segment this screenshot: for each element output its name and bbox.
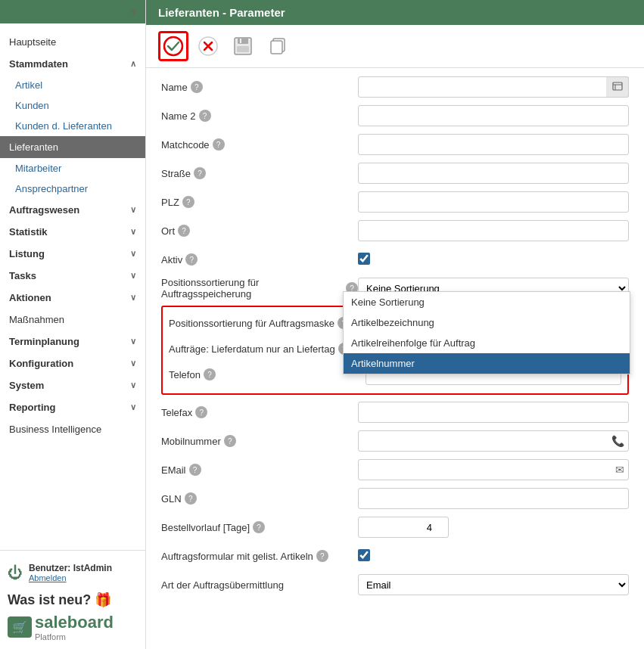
label-pos-maske: Positionssortierung für Auftragsmaske ? [169,317,366,329]
help-icon-plz[interactable]: ? [182,196,194,208]
gln-input[interactable] [358,488,629,509]
phone-icon: 📞 [611,435,624,447]
sidebar-section-statistik[interactable]: Statistik ∨ [0,221,145,243]
dd-item-artikelnummer[interactable]: Artikelnummer [344,353,630,374]
chevron-down-icon: ∨ [130,271,136,281]
help-icon-name2[interactable]: ? [199,110,211,122]
sidebar-item-lieferanten[interactable]: Lieferanten [0,136,145,158]
form-row-auftragsformular: Auftragsformular mit gelist. Artikeln ? [161,545,629,567]
auftragsformular-checkbox[interactable] [358,549,370,561]
sidebar: ▼ Hauptseite Stammdaten ∧ Artikel Kunden… [0,0,146,649]
logo-icon: 🛒 [8,616,32,638]
form-row-name: Name ? [161,76,629,98]
form-row-matchcode: Matchcode ? [161,133,629,156]
chevron-down-icon: ▼ [129,8,138,17]
form-row-ort: Ort ? [161,219,629,242]
email-input[interactable] [358,459,629,480]
sidebar-sub-artikel[interactable]: Artikel [0,75,145,95]
chevron-up-icon: ∧ [130,59,136,69]
form-row-gln: GLN ? [161,487,629,510]
field-matchcode [358,134,629,155]
help-icon-telefon[interactable]: ? [204,368,216,380]
sidebar-dropdown[interactable]: ▼ [0,0,145,23]
save-button[interactable] [228,31,258,61]
dd-item-reihenfolge[interactable]: Artikelreihenfolge für Auftrag [344,333,630,353]
field-plz [358,191,629,213]
svg-rect-10 [271,41,282,54]
help-icon-gln[interactable]: ? [185,492,197,505]
form-area: Name ? Name 2 ? [146,68,644,649]
logo: 🛒 saleboard Platform [8,613,138,641]
sidebar-sub-kunden-lieferanten[interactable]: Kunden d. Lieferanten [0,116,145,136]
name-input[interactable] [358,76,629,98]
sidebar-sub-kunden[interactable]: Kunden [0,95,145,116]
sidebar-section-system[interactable]: System ∨ [0,374,145,396]
field-mobilnummer: 📞 [358,430,629,452]
matchcode-input[interactable] [358,134,629,155]
name-lookup-button[interactable] [606,76,629,98]
help-icon-email[interactable]: ? [189,464,201,476]
form-row-strasse: Straße ? [161,162,629,185]
field-bestellvorlauf [358,517,629,538]
ort-input[interactable] [358,220,629,241]
name2-input[interactable] [358,105,629,126]
svg-rect-8 [240,39,241,43]
mobilnummer-input[interactable] [358,430,629,452]
svg-rect-11 [613,82,622,90]
label-aktiv: Aktiv ? [161,253,358,266]
plz-input[interactable] [358,191,629,213]
dd-item-keine[interactable]: Keine Sortierung [344,292,630,312]
main-content: Lieferanten - Parameter [146,0,644,649]
dropdown-overlay: Keine Sortierung Artikelbezeichnung Arti… [343,291,630,374]
sidebar-section-terminplanung[interactable]: Terminplanung ∨ [0,331,145,352]
aktiv-checkbox[interactable] [358,253,370,265]
help-icon-auftragsformular[interactable]: ? [316,550,328,562]
power-icon[interactable]: ⏻ [8,564,23,582]
sidebar-section-auftragswesen[interactable]: Auftragswesen ∨ [0,199,145,221]
sidebar-section-listung[interactable]: Listung ∨ [0,243,145,265]
field-name2 [358,105,629,126]
check-icon [163,36,184,57]
help-icon-matchcode[interactable]: ? [213,138,225,151]
sidebar-sub-ansprechpartner[interactable]: Ansprechpartner [0,179,145,199]
label-matchcode: Matchcode ? [161,138,358,151]
sidebar-section-reporting[interactable]: Reporting ∨ [0,396,145,418]
lookup-icon [612,82,623,92]
help-icon-telefax[interactable]: ? [195,406,207,418]
dd-item-bezeichnung[interactable]: Artikelbezeichnung [344,312,630,333]
help-icon-ort[interactable]: ? [178,225,190,237]
sidebar-section-aktionen[interactable]: Aktionen ∨ [0,287,145,309]
label-strasse: Straße ? [161,167,358,179]
sidebar-item-hauptseite[interactable]: Hauptseite [0,31,145,53]
sidebar-sub-mitarbeiter[interactable]: Mitarbeiter [0,158,145,179]
field-name [358,76,629,98]
new-feature-label[interactable]: Was ist neu? 🎁 [8,587,138,613]
sidebar-item-business-intelligence[interactable]: Business Intelligence [0,418,145,440]
chevron-down-icon: ∨ [130,337,136,346]
telefax-input[interactable] [358,402,629,423]
logout-link[interactable]: Abmelden [29,573,112,582]
confirm-button[interactable] [158,31,188,61]
sidebar-section-tasks[interactable]: Tasks ∨ [0,265,145,287]
strasse-input[interactable] [358,163,629,184]
help-icon-name[interactable]: ? [191,81,203,93]
help-icon-aktiv[interactable]: ? [185,253,198,266]
cancel-button[interactable] [193,31,223,61]
save-icon [232,36,254,57]
copy-icon [267,36,288,57]
auftragsuebermittlung-select[interactable]: Email Fax Post [358,574,629,595]
form-row-aktiv: Aktiv ? [161,248,629,271]
sidebar-item-massnahmen[interactable]: Maßnahmen [0,309,145,331]
help-icon-bestellvorlauf[interactable]: ? [253,521,265,533]
help-icon-strasse[interactable]: ? [194,167,206,179]
label-bestellvorlauf: Bestellvorlauf [Tage] ? [161,521,358,533]
sidebar-section-konfiguration[interactable]: Konfiguration ∨ [0,352,145,374]
label-mobilnummer: Mobilnummer ? [161,435,358,447]
help-icon-mobilnummer[interactable]: ? [224,435,236,447]
bestellvorlauf-input[interactable] [358,517,449,538]
field-aktiv [358,253,629,267]
chevron-down-icon: ∨ [130,380,136,390]
copy-button[interactable] [263,31,293,61]
sidebar-section-stammdaten[interactable]: Stammdaten ∧ [0,53,145,75]
form-row-mobilnummer: Mobilnummer ? 📞 [161,430,629,452]
